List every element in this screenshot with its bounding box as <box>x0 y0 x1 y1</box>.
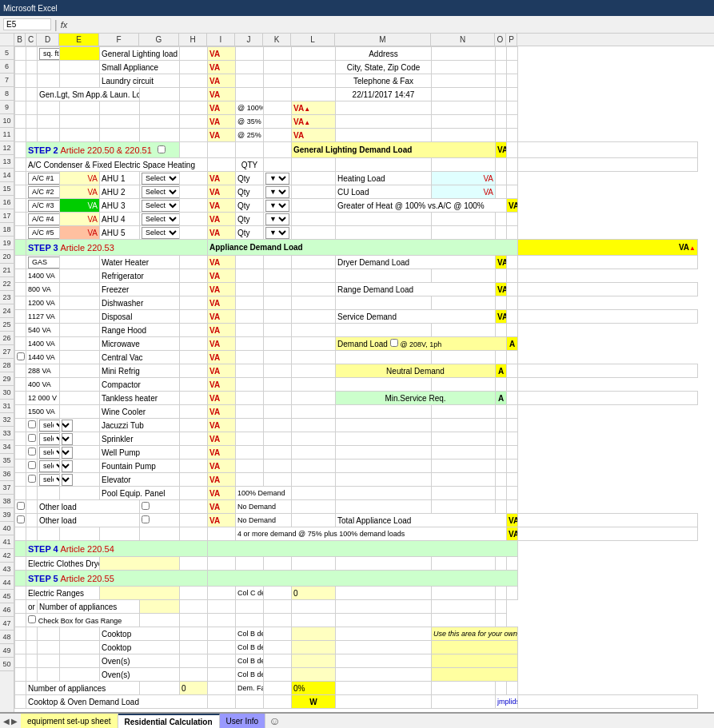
cell-h10 <box>180 115 208 129</box>
cell-l7 <box>292 74 336 88</box>
cell-b31 <box>15 405 26 419</box>
cell-b30 <box>15 392 26 405</box>
col-header-k[interactable]: K <box>263 34 291 46</box>
cell-fg30: Tankless heater <box>100 392 180 405</box>
c33-checkbox[interactable] <box>28 434 36 442</box>
e33-select[interactable]: ▼ <box>62 433 73 445</box>
demand-load-checkbox[interactable] <box>390 339 398 347</box>
cell-e5[interactable] <box>60 47 100 61</box>
row-44: 44 <box>0 576 14 590</box>
cell-l14 <box>292 172 336 185</box>
col-header-e[interactable]: E <box>59 34 99 46</box>
cell-l31 <box>292 405 336 419</box>
cell-k23 <box>264 296 292 310</box>
cell-g39 <box>140 514 180 527</box>
ahu1-select[interactable]: Select <box>142 173 180 185</box>
b27-checkbox[interactable] <box>17 352 25 360</box>
row-50: 50 <box>0 658 14 671</box>
sheet-tab-userinfo[interactable]: User Info <box>220 714 266 728</box>
email-cell: jmplids@comcast.net <box>496 695 518 709</box>
d35-select[interactable]: select <box>39 460 60 472</box>
c34-checkbox[interactable] <box>28 448 36 455</box>
step2-checkbox[interactable] <box>158 145 166 153</box>
cell-l17 <box>292 213 336 226</box>
ahu5-select[interactable]: Select <box>142 227 180 239</box>
cell-d37 <box>38 487 60 500</box>
e34-select[interactable]: ▼ <box>62 447 73 459</box>
gas-range-checkbox[interactable] <box>28 615 36 623</box>
col-header-m[interactable]: M <box>335 34 431 46</box>
ahu3-select[interactable]: Select <box>142 200 180 212</box>
col-header-h[interactable]: H <box>179 34 207 46</box>
sq-ft-select[interactable]: sq. ft <box>39 48 60 60</box>
col-header-f[interactable]: F <box>99 34 139 46</box>
tab-arrow-left[interactable]: ◀ <box>3 717 10 726</box>
ahu4-select[interactable]: Select <box>142 213 180 225</box>
sheet-tab-residential[interactable]: Residential Calculation <box>118 714 220 728</box>
row-11: 11 <box>0 128 14 141</box>
cell-n44 <box>496 587 507 600</box>
ac5-select[interactable]: A/C #5 <box>28 227 60 239</box>
cell-i51 <box>208 682 236 695</box>
cell-m21 <box>336 269 432 283</box>
e36-select[interactable]: ▼ <box>62 474 73 486</box>
b38-checkbox[interactable] <box>17 502 25 510</box>
total-appliance-cell: Total Appliance Load <box>336 514 507 527</box>
c35-checkbox[interactable] <box>28 461 36 469</box>
sheet-area: 5 6 7 8 9 10 11 12 13 14 15 16 17 18 19 … <box>0 46 714 712</box>
col-header-n[interactable]: N <box>431 34 495 46</box>
ac3-select[interactable]: A/C #3 <box>28 200 60 212</box>
cell-reference[interactable] <box>3 18 51 30</box>
b39-checkbox[interactable] <box>17 515 25 523</box>
g38-checkbox[interactable] <box>142 502 150 510</box>
table-row: select ▼ Elevator VA <box>15 473 698 487</box>
d33-select[interactable]: select <box>39 433 60 445</box>
cell-o36 <box>496 473 507 487</box>
d36-select[interactable]: select <box>39 474 60 486</box>
col-header-c[interactable]: C <box>26 34 37 46</box>
ac1-select[interactable]: A/C #1 <box>28 173 60 185</box>
cell-k33 <box>264 432 292 446</box>
c36-checkbox[interactable] <box>28 475 36 483</box>
cell-h5 <box>180 47 208 61</box>
qty4-select[interactable]: ▼ <box>265 213 289 225</box>
col-header-p[interactable]: P <box>506 34 517 46</box>
cell-i32: VA <box>208 419 236 432</box>
grid-scroll[interactable]: sq. ft General Lighting load VA Addr <box>14 46 714 712</box>
col-header-j[interactable]: J <box>235 34 263 46</box>
e32-select[interactable]: ▼ <box>62 420 73 432</box>
cell-c40 <box>26 527 38 541</box>
cell-p9 <box>507 101 518 115</box>
table-row: Cooktop & Oven Demand Load W jmplids@com… <box>15 695 698 709</box>
ac4-select[interactable]: A/C #4 <box>28 213 60 225</box>
cell-n33 <box>432 432 496 446</box>
formula-input[interactable] <box>70 20 711 29</box>
d34-select[interactable]: select <box>39 447 60 459</box>
col-header-l[interactable]: L <box>291 34 335 46</box>
e35-select[interactable]: ▼ <box>62 460 73 472</box>
g39-checkbox[interactable] <box>142 515 150 523</box>
demand-load-cell: Demand Load @ 208V, 1ph <box>336 337 507 351</box>
appliance-demand-cell: Appliance Demand Load <box>208 240 518 256</box>
qty2-select[interactable]: ▼ <box>265 186 289 198</box>
col-header-i[interactable]: I <box>207 34 235 46</box>
d32-select[interactable]: select <box>39 420 60 432</box>
col-header-b[interactable]: B <box>14 34 26 46</box>
c32-checkbox[interactable] <box>28 420 36 428</box>
sheet-tab-equipment[interactable]: equipment set-up sheet <box>21 714 118 728</box>
qty5-select[interactable]: ▼ <box>265 227 289 239</box>
ac2-select[interactable]: A/C #2 <box>28 186 60 198</box>
e5-input[interactable] <box>62 50 98 58</box>
col-header-o[interactable]: O <box>495 34 506 46</box>
tab-arrow-right[interactable]: ▶ <box>11 717 18 726</box>
gas-select[interactable]: GAS <box>28 257 60 269</box>
cell-m49 <box>336 654 432 668</box>
qty3-select[interactable]: ▼ <box>265 200 289 212</box>
col-header-g[interactable]: G <box>139 34 179 46</box>
qty1-select[interactable]: ▼ <box>265 173 289 185</box>
col-header-d[interactable]: D <box>37 34 59 46</box>
cell-g15: Select <box>140 185 180 199</box>
cell-l24 <box>292 310 336 324</box>
cell-k18: ▼ <box>264 226 292 240</box>
ahu2-select[interactable]: Select <box>142 186 180 198</box>
